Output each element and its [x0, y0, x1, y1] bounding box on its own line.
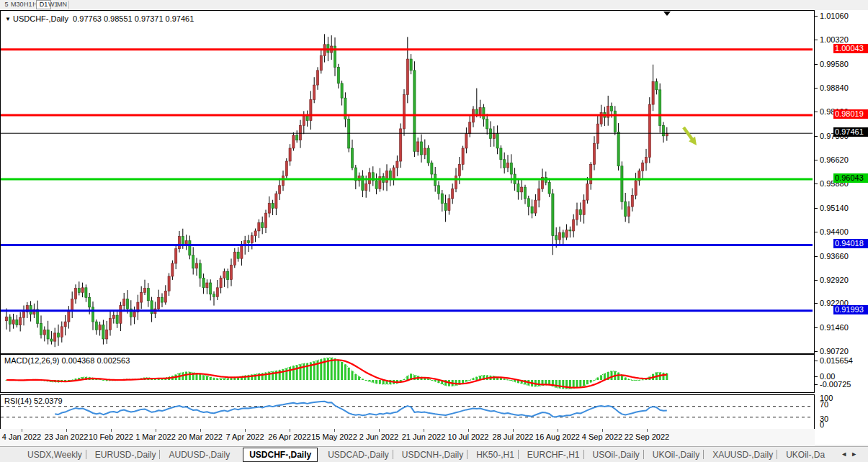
price-tick-mark: [815, 136, 818, 137]
date-label[interactable]: 26 Apr 2022: [268, 432, 310, 441]
candle-down: [527, 199, 529, 207]
candle-down: [610, 106, 612, 111]
date-label[interactable]: 22 Sep 2022: [625, 432, 669, 441]
candle-down: [47, 330, 49, 339]
tab-separator: [159, 450, 160, 459]
candle-down: [444, 204, 447, 211]
price-tick-mark: [815, 160, 818, 160]
macd-histogram-bar: [514, 380, 516, 382]
rsi-scale-label: 70: [820, 400, 828, 409]
candle-down: [621, 166, 623, 202]
macd-histogram-bar: [594, 380, 596, 381]
timeframe-button-mn[interactable]: MN: [55, 0, 69, 9]
candle-up: [71, 299, 73, 311]
tab-usoildaily[interactable]: USOil-,Daily: [593, 449, 640, 461]
price-tick-label: 0.95140: [820, 204, 849, 212]
date-label[interactable]: 16 Aug 2022: [535, 432, 580, 441]
price-tick-mark: [815, 88, 818, 89]
macd-histogram-bar: [555, 380, 558, 388]
candle-down: [102, 325, 104, 339]
tab-audusddaily[interactable]: AUDUSD-,Daily: [169, 449, 230, 461]
tab-separator: [777, 450, 777, 459]
price-tick-mark: [815, 303, 818, 304]
date-axis[interactable]: 4 Jan 202223 Jan 202210 Feb 20221 Mar 20…: [0, 429, 815, 446]
date-label[interactable]: 4 Jan 2022: [2, 432, 41, 441]
candle-up: [424, 148, 426, 155]
chart-shift-marker-icon: [663, 12, 671, 16]
candle-down: [296, 135, 298, 140]
tab-usdcaddaily[interactable]: USDCAD-,Daily: [328, 449, 389, 461]
rsi-scale-label: 0: [820, 420, 824, 429]
date-tick-mark: [290, 429, 290, 432]
date-label[interactable]: 15 May 2022: [311, 432, 357, 441]
candle-down: [161, 297, 163, 302]
date-tick-mark: [156, 429, 156, 432]
date-label[interactable]: 4 Sep 2022: [582, 432, 622, 441]
candle-down: [192, 255, 194, 268]
date-label[interactable]: 1 Mar 2022: [135, 432, 176, 441]
macd-label: MACD(12,26,9) 0.004368 0.002563: [4, 356, 130, 365]
candle-up: [593, 143, 595, 164]
macd-scale-label: -0.00725: [820, 380, 851, 389]
candle-down: [126, 299, 128, 309]
macd-histogram-bar: [289, 367, 291, 380]
macd-histogram-bar: [344, 364, 346, 380]
macd-tick-mark: [815, 376, 818, 377]
rsi-panel[interactable]: RSI(14) 52.0379: [0, 394, 815, 430]
tab-ukoilda[interactable]: UKOil-,Da: [786, 449, 825, 461]
candle-up: [448, 199, 450, 211]
candlestick-chart[interactable]: [1, 11, 813, 352]
date-label[interactable]: 10 Feb 2022: [89, 432, 133, 441]
candle-down: [212, 294, 215, 297]
tab-eurusddaily[interactable]: EURUSD-,Daily: [95, 449, 156, 461]
date-label[interactable]: 28 Jul 2022: [493, 432, 534, 441]
candle-down: [147, 289, 149, 301]
date-label[interactable]: 20 Mar 2022: [178, 432, 223, 441]
price-chart-panel[interactable]: ▼ USDCHF-,Daily 0.97763 0.98551 0.97371 …: [0, 10, 815, 354]
rsi-line: [55, 402, 667, 417]
tab-eurchfh1[interactable]: EURCHF-,H1: [527, 449, 580, 461]
tab-hk50h1[interactable]: HK50-,H1: [476, 449, 514, 461]
price-tick-label: 0.93660: [820, 252, 849, 261]
price-level-tag: 0.96043: [833, 173, 868, 183]
tabs-scroll-right-button[interactable]: ►: [851, 450, 857, 458]
tab-usdcnhdaily[interactable]: USDCNH-,Daily: [402, 449, 463, 461]
date-label[interactable]: 2 Jun 2022: [359, 432, 398, 441]
price-level-tag: 0.97461: [833, 127, 868, 137]
candle-up: [455, 176, 457, 189]
tab-usdchfdaily[interactable]: USDCHF-,Daily: [243, 448, 318, 462]
candle-up: [590, 165, 592, 184]
candle-down: [202, 278, 205, 288]
macd-histogram-bar: [352, 371, 354, 380]
price-level-tag: 0.98019: [833, 109, 868, 119]
candle-up: [220, 278, 222, 288]
candle-up: [195, 263, 197, 268]
tab-separator: [393, 450, 393, 459]
candle-down: [483, 108, 485, 119]
candle-up: [565, 230, 568, 237]
candle-up: [123, 299, 125, 306]
macd-histogram-bar: [206, 376, 208, 380]
date-label[interactable]: 7 Apr 2022: [225, 432, 264, 441]
macd-histogram-bar: [354, 374, 357, 380]
macd-panel[interactable]: MACD(12,26,9) 0.004368 0.002563: [0, 354, 815, 393]
tab-ukoildaily[interactable]: UKOil-,Daily: [653, 449, 699, 461]
price-tick-label: 0.94400: [820, 227, 849, 236]
macd-tick-mark: [815, 361, 818, 361]
price-scale[interactable]: 1.010601.003200.995800.988400.981000.973…: [815, 10, 868, 445]
tabs-scroll-left-button[interactable]: ◄: [841, 450, 847, 458]
tab-usdxweekly[interactable]: USDX,Weekly: [27, 449, 82, 461]
candle-down: [199, 263, 201, 278]
date-label[interactable]: 10 Jul 2022: [448, 432, 489, 441]
price-tick-mark: [815, 16, 818, 17]
candle-up: [652, 82, 654, 105]
candle-up: [320, 56, 322, 71]
date-label[interactable]: 23 Jan 2022: [45, 432, 89, 441]
symbol-dropdown-icon[interactable]: ▼: [5, 16, 11, 22]
candle-up: [143, 289, 146, 293]
price-tick-mark: [815, 184, 818, 184]
macd-histogram-bar: [462, 380, 464, 384]
macd-histogram-bar: [465, 380, 467, 381]
tab-xauusddaily[interactable]: XAUUSD-,Daily: [712, 449, 773, 461]
date-label[interactable]: 21 Jun 2022: [402, 432, 446, 441]
